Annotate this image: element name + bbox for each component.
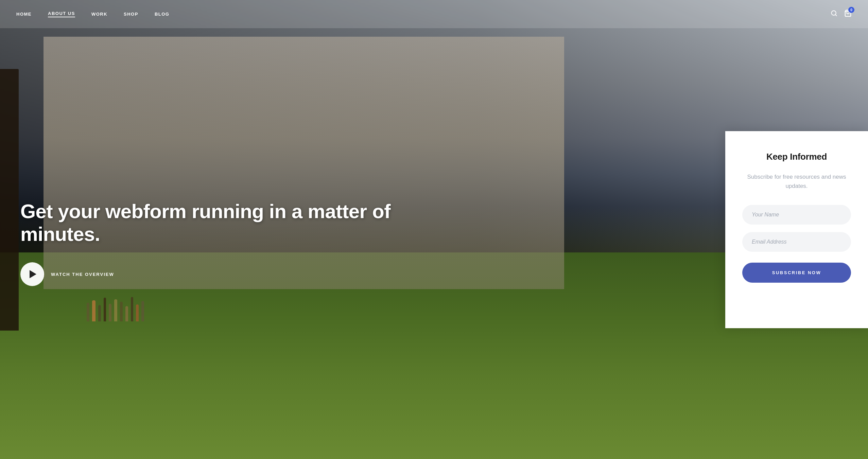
form-card-wrapper: Keep Informed Subscribe for free resourc…: [725, 0, 868, 459]
form-subtitle: Subscribe for free resources and news up…: [742, 172, 851, 191]
play-icon: [30, 270, 36, 278]
form-title: Keep Informed: [766, 152, 827, 162]
cart-icon[interactable]: 0: [844, 10, 852, 19]
play-button-circle: [20, 262, 44, 286]
subscribe-button[interactable]: SUBSCRIBE NOW: [742, 263, 851, 283]
svg-line-1: [835, 15, 837, 16]
hero-content: Get your webform running in a matter of …: [0, 173, 478, 286]
nav-blog[interactable]: BLOG: [155, 12, 170, 17]
nav-about[interactable]: ABOUT US: [48, 11, 75, 17]
search-icon[interactable]: [831, 10, 837, 18]
people-silhouettes: [87, 294, 521, 321]
nav-shop[interactable]: SHOP: [124, 12, 138, 17]
name-input[interactable]: [742, 205, 851, 225]
hero-title: Get your webform running in a matter of …: [20, 200, 457, 245]
email-input[interactable]: [742, 232, 851, 252]
nav-links: HOME ABOUT US WORK SHOP BLOG: [16, 11, 169, 17]
nav-home[interactable]: HOME: [16, 12, 32, 17]
hero-section: Get your webform running in a matter of …: [0, 0, 868, 459]
cart-badge: 0: [848, 7, 854, 13]
watch-overview-button[interactable]: WATCH THE OVERVIEW: [20, 262, 114, 286]
watch-label: WATCH THE OVERVIEW: [51, 272, 114, 277]
nav-work[interactable]: WORK: [91, 12, 107, 17]
nav-right: 0: [831, 10, 852, 19]
subscribe-form-card: Keep Informed Subscribe for free resourc…: [725, 131, 868, 328]
main-nav: HOME ABOUT US WORK SHOP BLOG 0: [0, 0, 868, 28]
